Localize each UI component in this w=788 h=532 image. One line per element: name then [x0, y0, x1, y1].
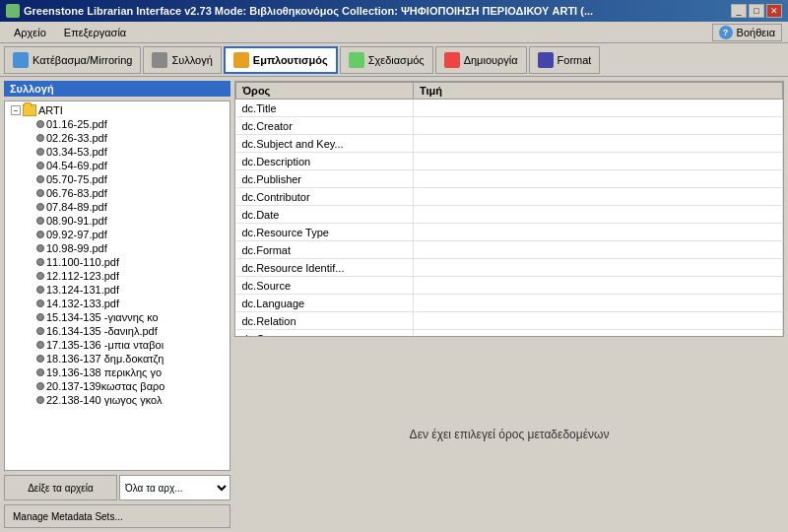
help-label: Βοήθεια: [737, 27, 775, 38]
metadata-value: [414, 135, 783, 153]
menu-edit[interactable]: Επεξεργασία: [56, 25, 134, 40]
right-panel: Όρος Τιμή dc.Titledc.Creatordc.Subject a…: [234, 81, 784, 528]
col-header-term: Όρος: [236, 83, 414, 100]
format-icon: [538, 52, 554, 68]
file-label: 09.92-97.pdf: [46, 229, 107, 240]
design-label: Σχεδιασμός: [368, 54, 425, 66]
metadata-row[interactable]: dc.Resource Identif...: [236, 259, 783, 277]
design-toolbar-button[interactable]: Σχεδιασμός: [340, 46, 433, 74]
enrich-label: Εμπλουτισμός: [253, 54, 328, 66]
tree-file-item[interactable]: 05.70-75.pdf: [9, 172, 226, 186]
folder-icon: [23, 104, 36, 116]
enrich-icon: [233, 52, 249, 68]
metadata-term: dc.Contributor: [236, 188, 414, 206]
create-toolbar-button[interactable]: Δημιουργία: [435, 46, 527, 74]
tree-file-item[interactable]: 22.138-140 γιωγος γκολ: [9, 393, 226, 407]
tree-file-item[interactable]: 10.98-99.pdf: [9, 241, 226, 255]
metadata-value: [414, 188, 783, 206]
file-bullet-icon: [36, 327, 44, 335]
tree-file-item[interactable]: 02.26-33.pdf: [9, 131, 226, 145]
tree-file-item[interactable]: 08.90-91.pdf: [9, 214, 226, 228]
tree-file-item[interactable]: 03.34-53.pdf: [9, 145, 226, 159]
file-label: 02.26-33.pdf: [46, 132, 107, 144]
metadata-row[interactable]: dc.Contributor: [236, 188, 783, 206]
metadata-term: dc.Resource Identif...: [236, 259, 414, 277]
file-bullet-icon: [36, 231, 44, 238]
tree-file-item[interactable]: 07.84-89.pdf: [9, 200, 226, 214]
metadata-term: dc.Description: [236, 153, 414, 170]
tree-file-item[interactable]: 12.112-123.pdf: [9, 269, 226, 283]
file-bullet-icon: [36, 244, 44, 252]
menu-file[interactable]: Αρχείο: [6, 25, 54, 40]
file-bullet-icon: [36, 120, 44, 128]
metadata-row[interactable]: dc.Relation: [236, 312, 783, 330]
file-label: 12.112-123.pdf: [46, 270, 119, 282]
metadata-row[interactable]: dc.Resource Type: [236, 224, 783, 241]
show-files-button[interactable]: Δείξε τα αρχεία: [4, 475, 117, 500]
files-select[interactable]: Όλα τα αρχ...: [119, 475, 230, 500]
metadata-row[interactable]: dc.Subject and Key...: [236, 135, 783, 153]
file-bullet-icon: [36, 272, 44, 280]
file-bullet-icon: [36, 286, 44, 294]
create-label: Δημιουργία: [464, 54, 518, 66]
tree-file-item[interactable]: 04.54-69.pdf: [9, 159, 226, 172]
tree-root-node[interactable]: − ARTI: [9, 103, 226, 117]
metadata-term: dc.Resource Type: [236, 224, 414, 241]
close-button[interactable]: ✕: [766, 4, 782, 18]
file-label: 04.54-69.pdf: [46, 160, 107, 171]
download-toolbar-button[interactable]: Κατέβασμα/Mirroring: [4, 46, 141, 74]
metadata-value: [414, 153, 783, 170]
metadata-row[interactable]: dc.Creator: [236, 117, 783, 135]
help-button[interactable]: ? Βοήθεια: [712, 24, 782, 41]
metadata-row[interactable]: dc.Publisher: [236, 170, 783, 188]
gather-toolbar-button[interactable]: Συλλογή: [143, 46, 221, 74]
file-tree[interactable]: − ARTI 01.16-25.pdf02.26-33.pdf03.34-53.…: [4, 100, 230, 471]
metadata-row[interactable]: dc.Description: [236, 153, 783, 170]
col-header-value: Τιμή: [414, 83, 783, 100]
minimize-button[interactable]: _: [731, 4, 747, 18]
tree-file-item[interactable]: 06.76-83.pdf: [9, 186, 226, 200]
tree-file-item[interactable]: 16.134-135 -δανιηλ.pdf: [9, 324, 226, 338]
file-label: 11.100-110.pdf: [46, 256, 119, 268]
metadata-row[interactable]: dc.Coverage: [236, 330, 783, 338]
file-bullet-icon: [36, 382, 44, 390]
file-label: 06.76-83.pdf: [46, 187, 107, 199]
maximize-button[interactable]: □: [749, 4, 764, 18]
metadata-row[interactable]: dc.Language: [236, 295, 783, 312]
tree-expand-icon[interactable]: −: [11, 105, 21, 115]
format-toolbar-button[interactable]: Format: [529, 46, 601, 74]
tree-file-item[interactable]: 17.135-136 -μπια νταβοι: [9, 338, 226, 352]
gather-label: Συλλογή: [171, 54, 212, 66]
tree-file-item[interactable]: 09.92-97.pdf: [9, 228, 226, 241]
metadata-row[interactable]: dc.Source: [236, 277, 783, 295]
tree-file-item[interactable]: 01.16-25.pdf: [9, 117, 226, 131]
tree-file-item[interactable]: 11.100-110.pdf: [9, 255, 226, 269]
file-label: 17.135-136 -μπια νταβοι: [46, 339, 164, 351]
tree-file-item[interactable]: 18.136-137 δημ.δοκατζη: [9, 352, 226, 366]
format-label: Format: [558, 54, 592, 66]
metadata-term: dc.Language: [236, 295, 414, 312]
metadata-row[interactable]: dc.Format: [236, 241, 783, 259]
tree-file-item[interactable]: 13.124-131.pdf: [9, 283, 226, 297]
file-label: 16.134-135 -δανιηλ.pdf: [46, 325, 158, 337]
file-label: 20.137-139κωστας βαρο: [46, 380, 164, 392]
file-list: 01.16-25.pdf02.26-33.pdf03.34-53.pdf04.5…: [9, 117, 226, 407]
toolbar: Κατέβασμα/MirroringΣυλλογήΕμπλουτισμόςΣχ…: [0, 43, 788, 77]
metadata-row[interactable]: dc.Title: [236, 100, 783, 117]
file-bullet-icon: [36, 341, 44, 349]
menu-bar: Αρχείο Επεξεργασία ? Βοήθεια: [0, 22, 788, 43]
tree-file-item[interactable]: 15.134-135 -γιαννης κο: [9, 310, 226, 324]
metadata-value: [414, 312, 783, 330]
title-text: Greenstone Librarian Interface v2.73 Mod…: [24, 5, 593, 17]
enrich-toolbar-button[interactable]: Εμπλουτισμός: [224, 46, 338, 74]
metadata-value: [414, 100, 783, 117]
metadata-term: dc.Subject and Key...: [236, 135, 414, 153]
tree-file-item[interactable]: 20.137-139κωστας βαρο: [9, 379, 226, 393]
tree-file-item[interactable]: 14.132-133.pdf: [9, 297, 226, 310]
tree-file-item[interactable]: 19.136-138 περικλης γο: [9, 366, 226, 379]
metadata-row[interactable]: dc.Date: [236, 206, 783, 224]
file-label: 03.34-53.pdf: [46, 146, 107, 158]
main-content: Συλλογή − ARTI 01.16-25.pdf02.26-33.pdf0…: [0, 77, 788, 532]
metadata-table-container[interactable]: Όρος Τιμή dc.Titledc.Creatordc.Subject a…: [234, 81, 784, 337]
manage-metadata-button[interactable]: Manage Metadata Sets...: [4, 504, 230, 528]
